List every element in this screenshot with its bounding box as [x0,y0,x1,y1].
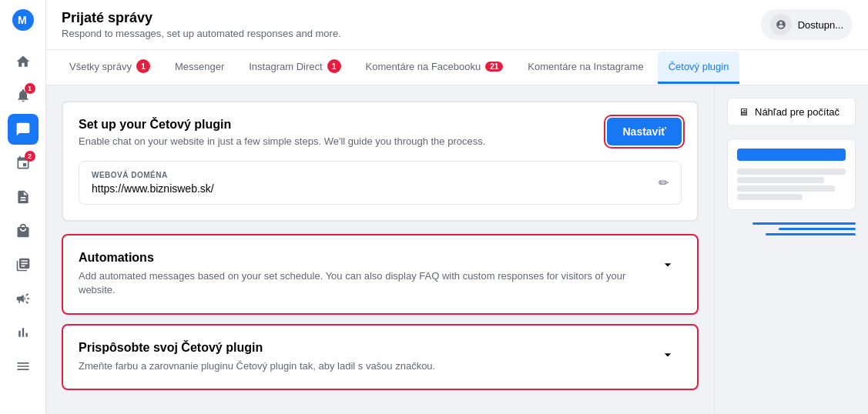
main-content: Prijaté správy Respond to messages, set … [46,0,868,414]
page-subtitle: Respond to messages, set up automated re… [62,28,341,39]
domain-info: WEBOVÁ DOMÉNA https://www.biznisweb.sk/ [92,171,214,195]
setup-card-desc: Enable chat on your website in just a fe… [79,135,485,149]
top-header: Prijaté správy Respond to messages, set … [46,0,868,50]
sidebar: M 1 2 [0,0,46,414]
sidebar-item-ads[interactable] [8,283,39,314]
sidebar-item-catalog[interactable] [8,249,39,280]
tabs-bar: Všetky správy 1 Messenger Instagram Dire… [46,50,868,85]
edit-icon[interactable]: ✏ [659,175,669,190]
tab-instagram-badge: 1 [327,59,341,73]
shop-badge: 2 [25,151,35,162]
availability-label: Dostupn... [798,19,843,31]
tab-messenger[interactable]: Messenger [164,52,235,84]
preview-lines [737,169,846,200]
tab-vsetky-badge: 1 [136,59,150,73]
rp-line-3 [766,233,856,235]
domain-label: WEBOVÁ DOMÉNA [92,171,214,179]
preview-line-3 [737,185,835,192]
avatar [770,14,792,35]
sidebar-item-messages[interactable] [8,114,39,145]
nastavit-button[interactable]: Nastaviť [607,118,682,145]
customization-chevron[interactable] [654,341,682,369]
preview-line-2 [737,177,824,183]
monitor-icon: 🖥 [739,106,749,118]
preview-line-1 [737,169,846,175]
meta-logo: M [12,9,34,34]
notifications-badge: 1 [25,83,35,94]
customization-content: Prispôsobte svoj Četový plugin Zmeňte fa… [79,341,654,373]
sidebar-item-orders[interactable] [8,215,39,246]
automations-content: Automations Add automated messages based… [79,251,654,297]
preview-desktop-button[interactable]: 🖥 Náhľad pre počítač [727,98,856,126]
tab-vsetky[interactable]: Všetky správy 1 [59,50,161,85]
automations-desc: Add automated messages based on your set… [79,269,642,297]
sidebar-item-menu[interactable] [8,351,39,382]
customization-desc: Zmeňte farbu a zarovnanie pluginu Četový… [79,359,642,373]
availability-indicator[interactable]: Dostupn... [761,9,853,40]
tab-ig-comments[interactable]: Komentáre na Instagrame [517,52,654,84]
panel-decorative-lines [727,222,856,235]
sidebar-item-shop[interactable]: 2 [8,148,39,179]
customization-card: Prispôsobte svoj Četový plugin Zmeňte fa… [62,324,699,390]
content-area: Set up your Četový plugin Enable chat on… [46,85,868,414]
customization-title: Prispôsobte svoj Četový plugin [79,341,642,355]
sidebar-item-notifications[interactable]: 1 [8,80,39,111]
automations-title: Automations [79,251,642,265]
tab-chat-plugin[interactable]: Četový plugin [658,52,740,84]
left-panel: Set up your Četový plugin Enable chat on… [46,85,714,414]
sidebar-item-insights[interactable] [8,317,39,348]
rp-line-2 [779,228,856,230]
svg-text:M: M [18,14,27,26]
right-panel: 🖥 Náhľad pre počítač [714,85,868,414]
domain-field: WEBOVÁ DOMÉNA https://www.biznisweb.sk/ … [79,161,682,205]
rp-line-1 [752,222,856,225]
preview-card [727,139,856,210]
tab-fb-comments-badge: 21 [485,62,503,72]
setup-card: Set up your Četový plugin Enable chat on… [62,101,699,222]
sidebar-item-home[interactable] [8,46,39,77]
setup-card-title: Set up your Četový plugin [79,118,485,132]
preview-line-4 [737,194,803,200]
domain-value: https://www.biznisweb.sk/ [92,182,214,195]
sidebar-item-pages[interactable] [8,182,39,212]
automations-chevron[interactable] [654,251,682,279]
preview-logo-bar [737,149,846,161]
header-text: Prijaté správy Respond to messages, set … [62,10,341,39]
automations-card: Automations Add automated messages based… [62,234,699,314]
tab-instagram[interactable]: Instagram Direct 1 [238,50,351,85]
setup-card-header: Set up your Četový plugin Enable chat on… [79,118,682,149]
setup-card-text: Set up your Četový plugin Enable chat on… [79,118,485,149]
tab-fb-comments[interactable]: Komentáre na Facebooku 21 [355,52,514,84]
page-title: Prijaté správy [62,10,341,26]
